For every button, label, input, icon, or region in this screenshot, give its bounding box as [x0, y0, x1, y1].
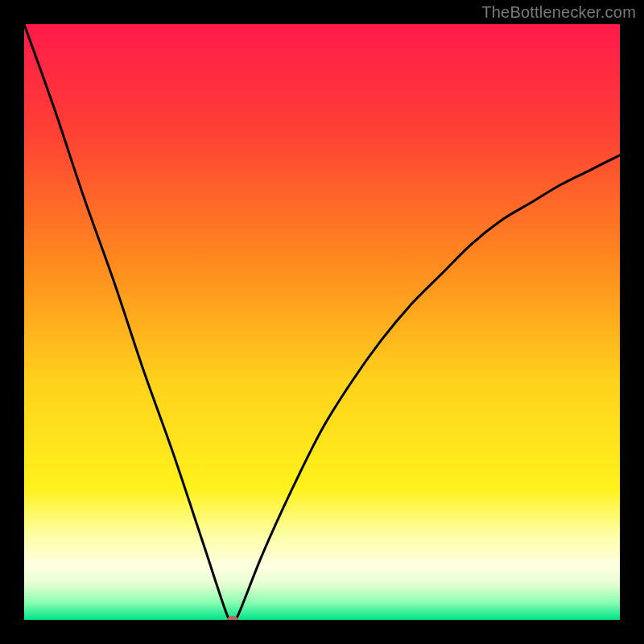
gradient-background [24, 24, 620, 620]
chart-svg [24, 24, 620, 620]
chart-frame: TheBottlenecker.com [0, 0, 644, 644]
watermark-text: TheBottlenecker.com [481, 3, 636, 22]
plot-area [24, 24, 620, 620]
